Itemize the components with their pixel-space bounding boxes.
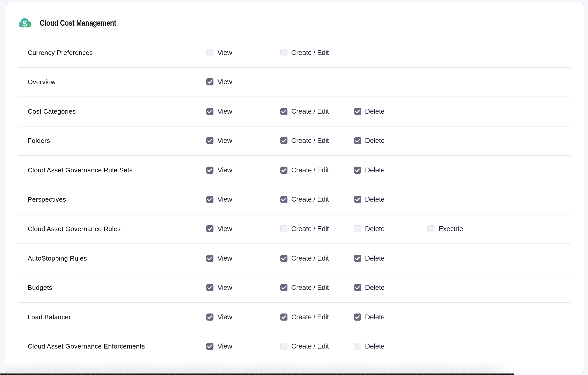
svg-text:$: $ xyxy=(22,19,27,28)
